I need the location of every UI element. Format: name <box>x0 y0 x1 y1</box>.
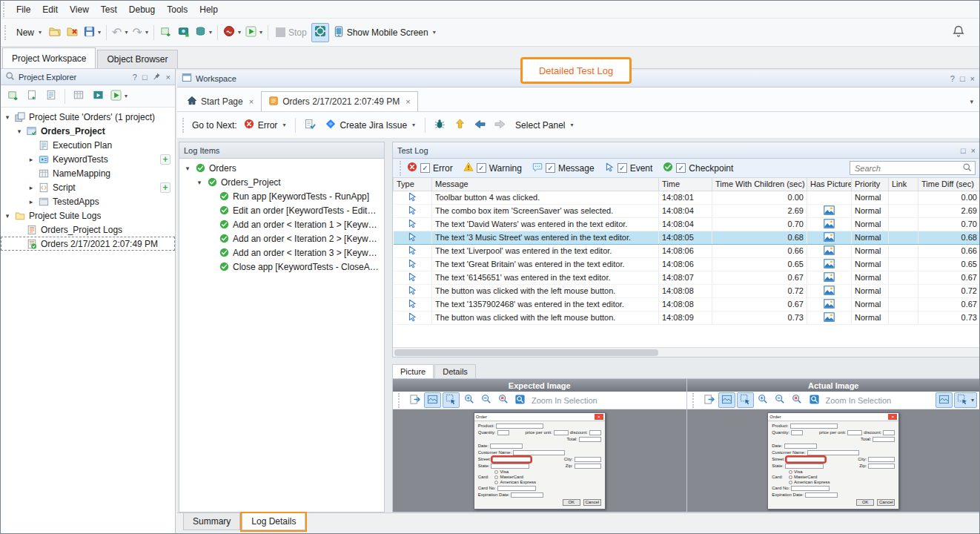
create-jira-issue-button[interactable]: Create Jira Issue ▾ <box>321 116 420 135</box>
select-mode-button[interactable] <box>737 392 754 408</box>
select-panel-button[interactable]: Select Panel ▾ <box>511 116 577 135</box>
menu-item-debug[interactable]: Debug <box>123 2 161 17</box>
menu-item-test[interactable]: Test <box>95 2 123 17</box>
back-button[interactable] <box>471 116 489 135</box>
zoom-out-button[interactable] <box>772 392 788 408</box>
column-header-time-with-children-sec-[interactable]: Time With Children (sec) <box>712 178 807 191</box>
toolbar-grip[interactable] <box>398 393 402 408</box>
close-project-button[interactable] <box>64 23 82 42</box>
menu-item-edit[interactable]: Edit <box>36 2 64 17</box>
help-icon[interactable]: ? <box>133 73 137 82</box>
overlay-button[interactable]: ▾ <box>954 392 977 408</box>
column-header-time-diff-sec-[interactable]: Time Diff (sec) <box>918 178 980 191</box>
run-button[interactable]: ▾ <box>243 23 265 42</box>
tree-item[interactable]: Execution Plan <box>1 138 175 152</box>
select-mode-button[interactable] <box>443 392 460 408</box>
search-box[interactable] <box>850 161 976 175</box>
tab-details[interactable]: Details <box>434 364 476 378</box>
twist-icon[interactable]: ▸ <box>27 184 35 191</box>
close-icon[interactable]: × <box>249 97 254 106</box>
new-item-button[interactable] <box>23 87 41 106</box>
add-button[interactable]: + <box>160 182 170 193</box>
zoom-in-button[interactable] <box>755 392 771 408</box>
record-button[interactable]: ▾ <box>221 23 243 42</box>
maximize-icon[interactable]: □ <box>960 74 965 83</box>
add-new-item-button[interactable] <box>4 87 21 106</box>
tree-item[interactable]: Orders_Project Logs <box>1 222 175 237</box>
log-row[interactable]: The button was clicked with the left mou… <box>394 311 980 324</box>
twist-icon[interactable]: ▾ <box>4 113 11 121</box>
toolbar-grip[interactable] <box>400 161 403 176</box>
zoom-in-button[interactable] <box>461 392 477 408</box>
log-tree-item[interactable]: Run app [KeywordTests - RunApp] <box>179 189 384 203</box>
filter-message-checkbox[interactable]: ✓ <box>546 163 555 173</box>
export-image-button[interactable] <box>701 392 717 408</box>
data-options-button[interactable]: ▾ <box>193 23 214 42</box>
goto-next-error-button[interactable]: Error ▾ <box>239 116 291 135</box>
document-tab[interactable]: Orders 2/17/2021 2:07:49 PM× <box>261 91 418 111</box>
add-item-button[interactable] <box>157 23 175 42</box>
log-tree-item[interactable]: Add an order < Iteration 1 > [Keywor... <box>179 217 384 231</box>
undo-button[interactable]: ↶▾ <box>110 23 130 42</box>
tab-list-dropdown[interactable]: ▾ <box>970 98 973 105</box>
close-icon[interactable]: × <box>405 97 410 106</box>
expected-image-view[interactable]: Order×Product:Quantity:price per unit:di… <box>393 409 686 512</box>
log-tree-item[interactable]: ▾Orders <box>179 161 384 175</box>
pan-mode-button[interactable] <box>718 392 735 408</box>
forward-button[interactable] <box>491 116 509 135</box>
open-button[interactable] <box>46 23 64 42</box>
organize-button[interactable] <box>70 87 87 106</box>
column-header-message[interactable]: Message <box>432 178 659 191</box>
toolbar-grip[interactable] <box>4 25 8 40</box>
tree-item[interactable]: ▸Script+ <box>1 180 175 194</box>
menu-item-view[interactable]: View <box>64 2 95 17</box>
run-project-button[interactable] <box>89 87 107 106</box>
up-one-level-button[interactable] <box>451 116 469 135</box>
export-log-button[interactable] <box>301 116 319 135</box>
add-button[interactable]: + <box>160 154 170 165</box>
tree-item[interactable]: ▾Project Suite Logs <box>1 208 175 222</box>
log-row[interactable]: The combo box item 'ScreenSaver' was sel… <box>394 204 980 217</box>
perspective-tab-project-workspace[interactable]: Project Workspace <box>2 47 96 68</box>
zoom-reset-button[interactable] <box>789 392 805 408</box>
show-mobile-screen-button[interactable]: Show Mobile Screen ▾ <box>329 23 440 42</box>
tree-item[interactable]: NameMapping <box>1 166 175 180</box>
toolbar-grip[interactable] <box>3 2 7 17</box>
export-image-button[interactable] <box>407 392 423 408</box>
toolbar-grip[interactable] <box>692 393 696 408</box>
menu-item-file[interactable]: File <box>10 2 36 17</box>
twist-icon[interactable]: ▸ <box>27 156 35 163</box>
horizontal-scrollbar[interactable] <box>393 347 980 357</box>
twist-icon[interactable]: ▾ <box>4 212 11 220</box>
zoom-out-button[interactable] <box>478 392 494 408</box>
close-icon[interactable]: × <box>166 73 170 82</box>
filter-error-checkbox[interactable]: ✓ <box>420 163 430 173</box>
filter-checkpoint-checkbox[interactable]: ✓ <box>676 163 686 173</box>
log-tree-item[interactable]: Close app [KeywordTests - CloseApp] <box>179 260 384 274</box>
column-header-type[interactable]: Type <box>394 178 432 191</box>
log-row[interactable]: The text '6145651' was entered in the te… <box>394 271 980 284</box>
menu-item-help[interactable]: Help <box>193 2 224 17</box>
tree-item[interactable]: ▸TestedApps <box>1 194 175 208</box>
notifications-button[interactable] <box>950 23 967 42</box>
compare-images-button[interactable] <box>936 392 953 408</box>
log-tree-item[interactable]: Add an order < Iteration 2 > [Keywor... <box>179 231 384 245</box>
new-button[interactable]: New ▾ <box>12 23 46 42</box>
redo-button[interactable]: ↷▾ <box>130 23 150 42</box>
tree-item[interactable]: ▸KeywordTests+ <box>1 152 175 166</box>
column-header-time[interactable]: Time <box>659 178 712 191</box>
search-icon[interactable] <box>962 162 972 174</box>
stop-button[interactable]: Stop <box>271 23 311 42</box>
document-tab[interactable]: Start Page× <box>180 91 260 111</box>
log-tree-item[interactable]: Add an order < Iteration 3 > [Keywor... <box>179 245 384 260</box>
zoom-selection-button[interactable] <box>807 392 822 408</box>
tree-item[interactable]: ▾Orders_Project <box>1 124 175 138</box>
record-new-test-button[interactable] <box>175 23 193 42</box>
twist-icon[interactable]: ▾ <box>184 165 191 172</box>
log-tree-item[interactable]: Edit an order [KeywordTests - EditOrd... <box>179 203 384 217</box>
close-icon[interactable]: × <box>971 146 976 155</box>
search-input[interactable] <box>853 163 960 174</box>
tab-summary[interactable]: Summary <box>183 513 240 530</box>
column-header-priority[interactable]: Priority <box>852 178 889 191</box>
save-button[interactable]: ▾ <box>82 23 103 42</box>
